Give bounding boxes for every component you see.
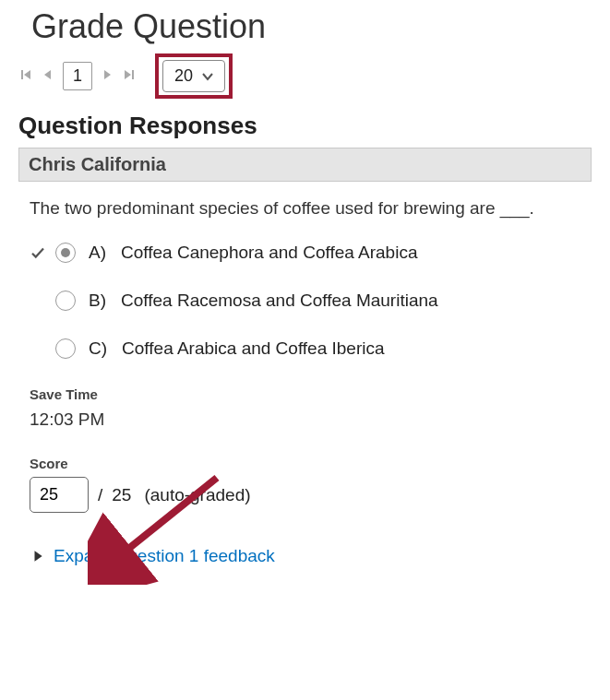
current-page-input[interactable]: 1	[63, 62, 92, 90]
section-title: Question Responses	[18, 112, 592, 140]
choice-c-letter: C)	[89, 338, 107, 359]
score-row: / 25 (auto-graded)	[30, 477, 580, 513]
prev-page-icon[interactable]	[41, 68, 55, 84]
expand-feedback-button[interactable]: Expand question 1 feedback	[30, 546, 580, 566]
per-page-value: 20	[174, 66, 193, 86]
next-page-icon[interactable]	[100, 68, 114, 84]
chevron-down-icon	[202, 71, 213, 82]
choice-b: B) Coffea Racemosa and Coffea Mauritiana	[30, 291, 580, 311]
choice-c: C) Coffea Arabica and Coffea Iberica	[30, 338, 580, 359]
score-max: 25	[112, 485, 131, 505]
score-slash: /	[98, 485, 102, 505]
radio-a[interactable]	[55, 243, 76, 263]
page-title: Grade Question	[31, 7, 592, 46]
choice-b-text: Coffea Racemosa and Coffea Mauritiana	[121, 291, 438, 311]
last-page-icon[interactable]	[120, 68, 137, 84]
per-page-select[interactable]: 20	[162, 60, 225, 92]
score-suffix: (auto-graded)	[144, 485, 250, 505]
choice-c-text: Coffea Arabica and Coffea Iberica	[122, 338, 385, 359]
student-name-bar: Chris California	[18, 148, 592, 182]
score-input[interactable]	[30, 477, 89, 513]
radio-c[interactable]	[55, 338, 76, 359]
radio-b[interactable]	[55, 291, 76, 311]
caret-right-icon	[31, 550, 44, 563]
question-text: The two predominant species of coffee us…	[30, 198, 580, 219]
expand-feedback-label: Expand question 1 feedback	[54, 546, 275, 566]
first-page-icon[interactable]	[18, 68, 35, 84]
score-label: Score	[30, 456, 580, 471]
per-page-highlight: 20	[155, 53, 233, 99]
choice-b-letter: B)	[89, 291, 106, 311]
pager: 1 20	[18, 53, 592, 99]
choice-a: A) Coffea Canephora and Coffea Arabica	[30, 243, 580, 263]
save-time-value: 12:03 PM	[30, 409, 580, 430]
choice-a-text: Coffea Canephora and Coffea Arabica	[121, 243, 417, 263]
choice-a-letter: A)	[89, 243, 106, 263]
check-icon	[30, 243, 46, 262]
save-time-label: Save Time	[30, 386, 580, 402]
